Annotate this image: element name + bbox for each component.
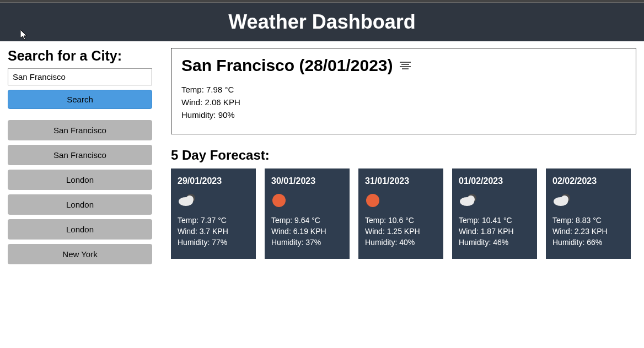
forecast-wind: Wind: 1.25 KPH [365,227,437,236]
svg-point-6 [186,195,194,203]
forecast-temp: Temp: 8.83 °C [552,216,624,225]
forecast-temp: Temp: 10.41 °C [459,216,530,225]
forecast-temp: Temp: 10.6 °C [365,216,437,225]
forecast-temp: Temp: 7.37 °C [178,216,249,225]
forecast-date: 02/02/2023 [552,176,624,186]
svg-point-11 [467,195,475,203]
current-humidity: Humidity: 90% [181,110,626,119]
forecast-stats: Temp: 8.83 °C Wind: 2.23 KPH Humidity: 6… [552,216,624,247]
fog-icon [399,56,412,75]
svg-point-7 [272,194,286,207]
history-item[interactable]: San Francisco [8,120,152,140]
forecast-stats: Temp: 7.37 °C Wind: 3.7 KPH Humidity: 77… [178,216,249,247]
forecast-wind: Wind: 1.87 KPH [459,227,530,236]
cloud-icon [459,193,530,208]
forecast-card: 29/01/2023 Temp: 7.37 °C Wind: 3.7 KPH H… [171,168,256,259]
sun-icon [365,193,437,208]
forecast-date: 31/01/2023 [365,176,437,186]
forecast-temp: Temp: 9.64 °C [271,216,343,225]
forecast-date: 30/01/2023 [271,176,343,186]
current-temp: Temp: 7.98 °C [181,85,626,94]
forecast-card: 02/02/2023 Temp: 8.83 °C Wind: 2.23 KPH … [546,168,631,259]
forecast-wind: Wind: 6.19 KPH [271,227,343,236]
forecast-stats: Temp: 10.6 °C Wind: 1.25 KPH Humidity: 4… [365,216,437,247]
forecast-heading: 5 Day Forecast: [171,148,636,163]
history-item[interactable]: San Francisco [8,145,152,165]
forecast-wind: Wind: 3.7 KPH [178,227,249,236]
forecast-humidity: Humidity: 66% [552,238,624,247]
forecast-card: 30/01/2023 Temp: 9.64 °C Wind: 6.19 KPH … [265,168,350,259]
cloud-icon [552,193,624,208]
cloud-icon [178,193,249,208]
current-weather-title: San Francisco (28/01/2023) [181,56,626,75]
history-list: San Francisco San Francisco London Londo… [8,120,162,264]
forecast-card: 31/01/2023 Temp: 10.6 °C Wind: 1.25 KPH … [358,168,443,259]
sun-icon [271,193,343,208]
forecast-humidity: Humidity: 77% [178,238,249,247]
forecast-date: 29/01/2023 [178,176,249,186]
main-panel: San Francisco (28/01/2023) Temp: 7.98 °C… [162,48,636,264]
svg-point-8 [366,194,379,207]
forecast-row: 29/01/2023 Temp: 7.37 °C Wind: 3.7 KPH H… [171,168,636,259]
forecast-humidity: Humidity: 40% [365,238,437,247]
forecast-card: 01/02/2023 Temp: 10.41 °C Wind: 1.87 KPH… [452,168,537,259]
history-item[interactable]: New York [8,244,152,264]
current-stats: Temp: 7.98 °C Wind: 2.06 KPH Humidity: 9… [181,85,626,119]
current-city-date: San Francisco (28/01/2023) [181,56,393,75]
forecast-wind: Wind: 2.23 KPH [552,227,624,236]
forecast-stats: Temp: 9.64 °C Wind: 6.19 KPH Humidity: 3… [271,216,343,247]
history-item[interactable]: London [8,170,152,190]
forecast-stats: Temp: 10.41 °C Wind: 1.87 KPH Humidity: … [459,216,530,247]
search-button[interactable]: Search [8,90,152,109]
forecast-humidity: Humidity: 46% [459,238,530,247]
history-item[interactable]: London [8,219,152,240]
app-title: Weather Dashboard [228,10,415,33]
app-header: Weather Dashboard [0,3,644,41]
main-container: Search for a City: Search San Francisco … [0,41,644,271]
city-search-input[interactable] [8,68,152,85]
sidebar: Search for a City: Search San Francisco … [8,48,162,264]
search-heading: Search for a City: [8,48,162,64]
current-weather-card: San Francisco (28/01/2023) Temp: 7.98 °C… [171,48,636,134]
forecast-humidity: Humidity: 37% [271,238,343,247]
svg-point-14 [561,195,568,203]
current-wind: Wind: 2.06 KPH [181,97,626,107]
history-item[interactable]: London [8,194,152,215]
forecast-date: 01/02/2023 [459,176,530,186]
